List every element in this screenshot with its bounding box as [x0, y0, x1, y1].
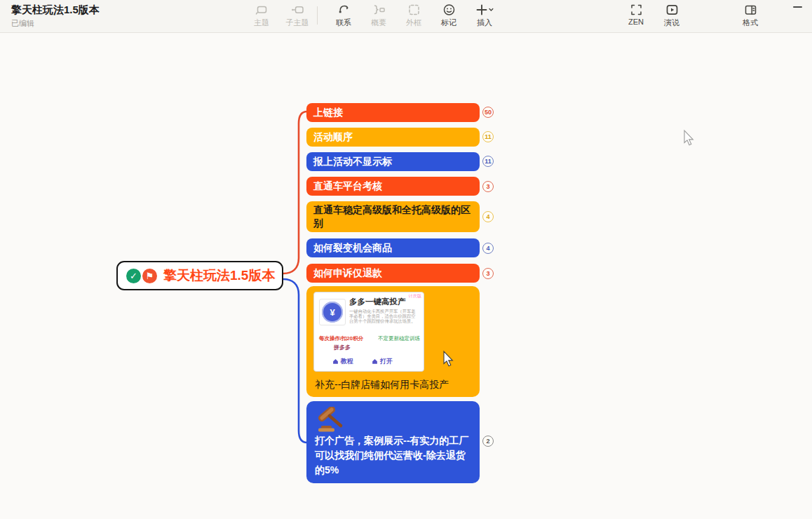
- gavel-icon: [316, 407, 349, 433]
- toolbar-divider: [317, 6, 318, 25]
- toolbar-subtopic-button[interactable]: 子主题: [280, 3, 314, 28]
- insert-plus-icon: [466, 3, 503, 17]
- topic-node-zhitongche-qubie[interactable]: 直通车稳定高级版和全托高级版的区别: [306, 201, 480, 232]
- card-open-label: 打开: [380, 357, 393, 366]
- format-panel-icon: [733, 3, 767, 17]
- topic-node-liebian[interactable]: 如何裂变机会商品: [306, 238, 480, 257]
- card-update-note: 不定更新稳定训练: [378, 335, 420, 342]
- toolbar-marker-label: 标记: [432, 18, 466, 28]
- topic-label: 活动顺序: [313, 131, 353, 144]
- toolbar-summary-label: 概要: [362, 18, 395, 28]
- topic-label: 直通车平台考核: [313, 180, 382, 193]
- topic-node-shanglianjie[interactable]: 上链接: [306, 103, 480, 122]
- toolbar-zen-label: ZEN: [619, 18, 653, 26]
- mindmap-app-window: 擎天柱玩法1.5版本 已编辑 主题 子主题 联系 概要: [0, 0, 812, 519]
- topic-count-badge[interactable]: 3: [482, 181, 494, 192]
- toolbar-present-button[interactable]: 演说: [655, 3, 689, 28]
- flag-marker-icon[interactable]: ⚑: [142, 269, 157, 283]
- toolbar-format-button[interactable]: 格式: [733, 3, 767, 28]
- topic-label: 直通车稳定高级版和全托高级版的区别: [313, 203, 473, 230]
- supplement-topic-node[interactable]: ¥ 多多一键高投产 计次版 一键自动化卡高投产开车（开车老手必看）全类目，适合出…: [306, 286, 480, 397]
- toolbar-relationship-label: 联系: [327, 18, 360, 28]
- minimize-dash[interactable]: [793, 6, 802, 8]
- toolbar-format-label: 格式: [733, 18, 767, 28]
- check-marker-icon[interactable]: ✓: [126, 269, 141, 283]
- home-icon: [372, 358, 378, 365]
- toolbar-topic-label: 主题: [245, 18, 278, 28]
- topic-label: 如何裂变机会商品: [313, 242, 392, 255]
- topic-count-badge[interactable]: 50: [482, 107, 494, 118]
- card-app-name: 多多一键高投产: [349, 297, 406, 307]
- yuan-app-icon: ¥: [322, 302, 343, 323]
- card-tutorial-button[interactable]: 教程: [332, 357, 353, 366]
- toolbar-present-label: 演说: [655, 18, 689, 28]
- connector-lower-blue: [283, 279, 307, 443]
- toolbar-boundary-button[interactable]: 外框: [397, 3, 431, 28]
- toolbar-subtopic-label: 子主题: [280, 18, 314, 28]
- topic-count-badge[interactable]: 3: [482, 268, 494, 279]
- ad-topic-node[interactable]: 打个广告，案例展示--有实力的工厂可以找我们纯佣代运营收-除去退货的5%: [306, 401, 480, 483]
- card-description: 一键自动化卡高投产开车（开车老手必看）全类目，适合出价跟踪空台第十个跟踪报价传承…: [349, 309, 419, 324]
- toolbar-insert-label: 插入: [466, 18, 503, 28]
- topic-count-badge[interactable]: 11: [482, 131, 494, 142]
- home-icon: [332, 358, 339, 365]
- topic-node-zhitongche-kaohe[interactable]: 直通车平台考核: [306, 177, 480, 196]
- summary-icon: [362, 3, 395, 17]
- card-corner-tag: 计次版: [408, 293, 421, 299]
- mindmap-canvas[interactable]: ✓ ⚑ 擎天柱玩法1.5版本 上链接 50 活动顺序 11 报上活动不显示标 1…: [0, 32, 812, 519]
- edit-status: 已编辑: [11, 18, 34, 29]
- toolbar-insert-button[interactable]: 插入: [466, 3, 503, 28]
- card-tutorial-label: 教程: [341, 357, 353, 366]
- topic-label: 如何申诉仅退款: [313, 267, 382, 280]
- relationship-icon: [327, 3, 360, 17]
- card-platform-label: 拼多多: [334, 344, 351, 351]
- mouse-cursor-icon: [684, 130, 693, 145]
- topic-count-badge[interactable]: 11: [482, 156, 494, 167]
- marker-smiley-icon: [432, 3, 466, 17]
- toolbar-summary-button[interactable]: 概要: [362, 3, 395, 28]
- topic-icon: [245, 3, 278, 17]
- toolbar-marker-button[interactable]: 标记: [432, 3, 466, 28]
- subtopic-icon: [280, 3, 314, 17]
- root-topic-label: 擎天柱玩法1.5版本: [163, 267, 275, 285]
- topic-label: 报上活动不显示标: [313, 156, 392, 168]
- topic-label: 上链接: [313, 107, 343, 119]
- supplement-caption: 补充--白牌店铺如何用卡高投产: [315, 379, 449, 391]
- connector-upper-red: [283, 112, 307, 274]
- toolbar-topic-button[interactable]: 主题: [245, 3, 278, 28]
- toolbar-zen-button[interactable]: ZEN: [619, 3, 653, 26]
- root-topic-node[interactable]: ✓ ⚑ 擎天柱玩法1.5版本: [116, 261, 283, 290]
- topic-count-badge[interactable]: 4: [482, 243, 494, 254]
- ad-text: 打个广告，案例展示--有实力的工厂可以找我们纯佣代运营收-除去退货的5%: [315, 433, 474, 478]
- toolbar: 擎天柱玩法1.5版本 已编辑 主题 子主题 联系 概要: [0, 0, 812, 33]
- card-price-note: 每次操作/扣20积分: [319, 335, 363, 342]
- toolbar-relationship-button[interactable]: 联系: [327, 3, 360, 28]
- topic-node-shensu-tuikuan[interactable]: 如何申诉仅退款: [306, 264, 480, 283]
- present-play-icon: [655, 3, 689, 17]
- card-open-button[interactable]: 打开: [372, 357, 393, 366]
- app-icon-tile: ¥: [319, 299, 346, 325]
- topic-node-baoshanghuodong[interactable]: 报上活动不显示标: [306, 152, 480, 171]
- toolbar-boundary-label: 外框: [397, 18, 431, 28]
- topic-count-badge[interactable]: 2: [482, 436, 494, 447]
- embedded-image-card[interactable]: ¥ 多多一键高投产 计次版 一键自动化卡高投产开车（开车老手必看）全类目，适合出…: [313, 292, 424, 372]
- topic-count-badge[interactable]: 4: [482, 211, 494, 222]
- document-title: 擎天柱玩法1.5版本: [11, 4, 100, 17]
- topic-node-huodongshunxu[interactable]: 活动顺序: [306, 128, 480, 147]
- zen-mode-icon: [619, 3, 653, 17]
- boundary-icon: [397, 3, 431, 17]
